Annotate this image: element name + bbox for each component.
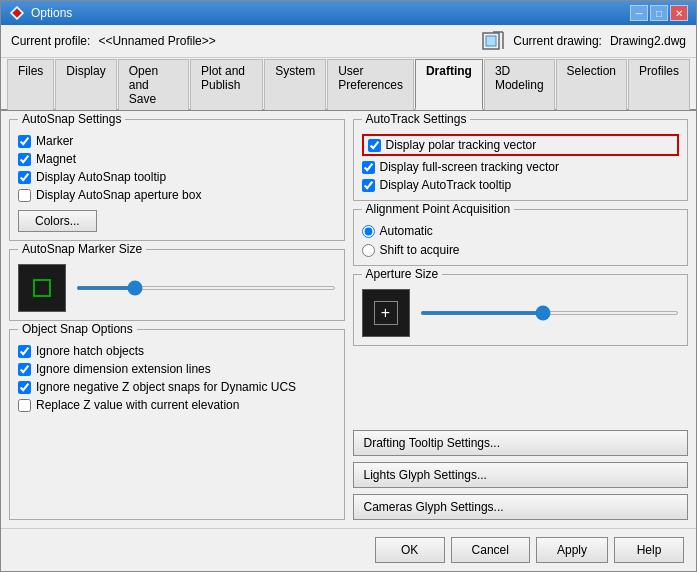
autotrack-tooltip-row: Display AutoTrack tooltip: [362, 178, 680, 192]
tooltip-checkbox[interactable]: [18, 171, 31, 184]
profile-name: <<Unnamed Profile>>: [98, 34, 215, 48]
tab-open-save[interactable]: Open and Save: [118, 59, 189, 110]
drafting-tooltip-settings-button[interactable]: Drafting Tooltip Settings...: [353, 430, 689, 456]
ignore-neg-row: Ignore negative Z object snaps for Dynam…: [18, 380, 336, 394]
ignore-neg-checkbox[interactable]: [18, 381, 31, 394]
tab-bar: Files Display Open and Save Plot and Pub…: [1, 58, 696, 111]
options-dialog: Options ─ □ ✕ Current profile: <<Unnamed…: [0, 0, 697, 572]
automatic-label: Automatic: [380, 224, 433, 238]
shift-label: Shift to acquire: [380, 243, 460, 257]
apply-button[interactable]: Apply: [536, 537, 608, 563]
autosnap-size-title: AutoSnap Marker Size: [18, 242, 146, 256]
aperture-checkbox[interactable]: [18, 189, 31, 202]
svg-rect-3: [486, 36, 496, 46]
window-title: Options: [31, 6, 72, 20]
polar-checkbox[interactable]: [368, 139, 381, 152]
autotrack-title: AutoTrack Settings: [362, 112, 471, 126]
marker-row: Marker: [18, 134, 336, 148]
replace-z-checkbox[interactable]: [18, 399, 31, 412]
shift-radio[interactable]: [362, 244, 375, 257]
aperture-size-title: Aperture Size: [362, 267, 443, 281]
profile-bar: Current profile: <<Unnamed Profile>> Cur…: [1, 25, 696, 58]
aperture-size-group: Aperture Size: [353, 274, 689, 346]
bottom-bar: OK Cancel Apply Help: [1, 528, 696, 571]
tab-system[interactable]: System: [264, 59, 326, 110]
tooltip-label: Display AutoSnap tooltip: [36, 170, 166, 184]
title-bar: Options ─ □ ✕: [1, 1, 696, 25]
aperture-size-slider[interactable]: [420, 311, 680, 315]
polar-tracking-row: Display polar tracking vector: [362, 134, 680, 156]
replace-z-label: Replace Z value with current elevation: [36, 398, 239, 412]
close-button[interactable]: ✕: [670, 5, 688, 21]
tab-3d-modeling[interactable]: 3D Modeling: [484, 59, 555, 110]
autosnap-size-group: AutoSnap Marker Size: [9, 249, 345, 321]
ignore-dim-checkbox[interactable]: [18, 363, 31, 376]
tab-profiles[interactable]: Profiles: [628, 59, 690, 110]
replace-z-row: Replace Z value with current elevation: [18, 398, 336, 412]
ignore-hatch-checkbox[interactable]: [18, 345, 31, 358]
title-controls: ─ □ ✕: [630, 5, 688, 21]
ignore-dim-label: Ignore dimension extension lines: [36, 362, 211, 376]
tab-user-preferences[interactable]: User Preferences: [327, 59, 414, 110]
ok-button[interactable]: OK: [375, 537, 445, 563]
left-panel: AutoSnap Settings Marker Magnet Display …: [9, 119, 345, 520]
aperture-row: Display AutoSnap aperture box: [18, 188, 336, 202]
object-snap-title: Object Snap Options: [18, 322, 137, 336]
right-panel: AutoTrack Settings Display polar trackin…: [353, 119, 689, 520]
autosnap-title: AutoSnap Settings: [18, 112, 125, 126]
autotrack-tooltip-label: Display AutoTrack tooltip: [380, 178, 512, 192]
fullscreen-checkbox[interactable]: [362, 161, 375, 174]
autotrack-tooltip-checkbox[interactable]: [362, 179, 375, 192]
shift-row: Shift to acquire: [362, 243, 680, 257]
aperture-label: Display AutoSnap aperture box: [36, 188, 201, 202]
settings-buttons-group: Drafting Tooltip Settings... Lights Glyp…: [353, 430, 689, 520]
lights-glyph-settings-button[interactable]: Lights Glyph Settings...: [353, 462, 689, 488]
magnet-row: Magnet: [18, 152, 336, 166]
marker-preview: [18, 264, 66, 312]
marker-size-slider[interactable]: [76, 286, 336, 290]
current-profile-label: Current profile:: [11, 34, 90, 48]
drawing-name: Drawing2.dwg: [610, 34, 686, 48]
alignment-group: Alignment Point Acquisition Automatic Sh…: [353, 209, 689, 266]
alignment-title: Alignment Point Acquisition: [362, 202, 515, 216]
ignore-hatch-row: Ignore hatch objects: [18, 344, 336, 358]
marker-checkbox[interactable]: [18, 135, 31, 148]
tab-plot-publish[interactable]: Plot and Publish: [190, 59, 263, 110]
colors-button[interactable]: Colors...: [18, 210, 97, 232]
object-snap-group: Object Snap Options Ignore hatch objects…: [9, 329, 345, 520]
ignore-neg-label: Ignore negative Z object snaps for Dynam…: [36, 380, 296, 394]
maximize-button[interactable]: □: [650, 5, 668, 21]
magnet-checkbox[interactable]: [18, 153, 31, 166]
magnet-label: Magnet: [36, 152, 76, 166]
current-drawing-label: Current drawing:: [513, 34, 602, 48]
tab-selection[interactable]: Selection: [556, 59, 627, 110]
help-button[interactable]: Help: [614, 537, 684, 563]
automatic-radio[interactable]: [362, 225, 375, 238]
aperture-cross-icon: [374, 301, 398, 325]
tab-files[interactable]: Files: [7, 59, 54, 110]
minimize-button[interactable]: ─: [630, 5, 648, 21]
cameras-glyph-settings-button[interactable]: Cameras Glyph Settings...: [353, 494, 689, 520]
tab-drafting[interactable]: Drafting: [415, 59, 483, 110]
main-content: AutoSnap Settings Marker Magnet Display …: [1, 111, 696, 528]
autosnap-group: AutoSnap Settings Marker Magnet Display …: [9, 119, 345, 241]
autotrack-group: AutoTrack Settings Display polar trackin…: [353, 119, 689, 201]
ignore-dim-row: Ignore dimension extension lines: [18, 362, 336, 376]
polar-label: Display polar tracking vector: [386, 138, 537, 152]
aperture-preview: [362, 289, 410, 337]
tab-display[interactable]: Display: [55, 59, 116, 110]
app-icon: [9, 5, 25, 21]
cancel-button[interactable]: Cancel: [451, 537, 530, 563]
fullscreen-row: Display full-screen tracking vector: [362, 160, 680, 174]
fullscreen-label: Display full-screen tracking vector: [380, 160, 559, 174]
marker-label: Marker: [36, 134, 73, 148]
automatic-row: Automatic: [362, 224, 680, 238]
marker-square-icon: [33, 279, 51, 297]
drawing-icon: [481, 31, 505, 51]
tooltip-row: Display AutoSnap tooltip: [18, 170, 336, 184]
ignore-hatch-label: Ignore hatch objects: [36, 344, 144, 358]
